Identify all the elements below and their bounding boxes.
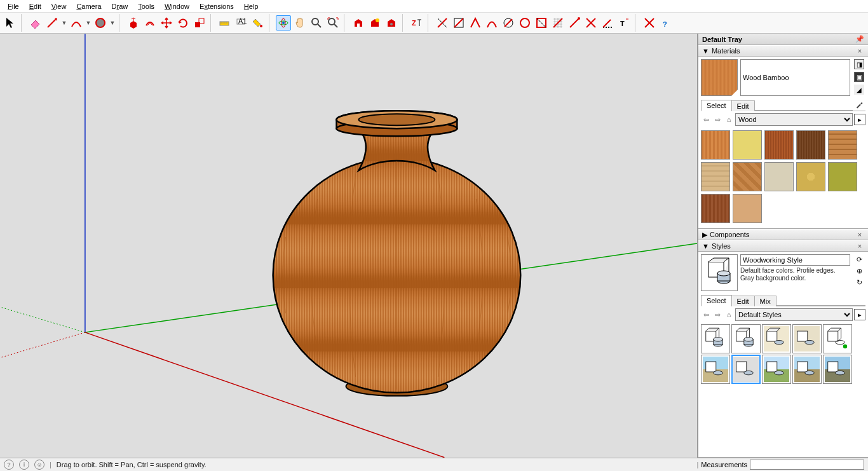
style-name-input[interactable] (740, 254, 850, 266)
eraser-tool[interactable] (28, 15, 43, 31)
red-tool-5[interactable] (501, 15, 516, 31)
pan-tool[interactable] (292, 15, 308, 31)
warehouse-share-tool[interactable] (367, 15, 383, 31)
materials-details-icon[interactable]: ▸ (854, 114, 865, 125)
menu-view[interactable]: View (46, 1, 72, 11)
arc-dropdown[interactable]: ▼ (85, 20, 92, 26)
line-tool[interactable] (44, 15, 60, 31)
styles-tab-edit[interactable]: Edit (731, 296, 755, 306)
menu-edit[interactable]: Edit (24, 1, 46, 11)
materials-tab-select[interactable]: Select (701, 100, 732, 111)
material-swatch-wood-floor[interactable] (828, 130, 857, 160)
help-tool[interactable]: ? (658, 15, 674, 31)
red-tool-9[interactable] (567, 15, 582, 31)
style-thumb-1[interactable] (701, 324, 730, 353)
materials-nav-forward[interactable]: ⇨ (712, 114, 722, 125)
red-tool-12[interactable] (642, 15, 657, 31)
style-thumb-2[interactable] (731, 324, 761, 353)
material-name-input[interactable] (740, 59, 850, 96)
line-dropdown[interactable]: ▼ (61, 20, 67, 26)
material-swatch-wood-olive[interactable] (828, 162, 857, 191)
orbit-tool[interactable] (276, 15, 291, 31)
paint-tool[interactable] (250, 15, 266, 31)
zoom-tool[interactable] (309, 15, 324, 31)
red-tool-10[interactable] (583, 15, 599, 31)
shape-tool[interactable] (93, 15, 108, 31)
materials-nav-home-icon[interactable]: ⌂ (724, 114, 734, 125)
red-tool-6[interactable] (517, 15, 532, 31)
material-swatch-wood-dark-grain[interactable] (796, 130, 825, 160)
red-tool-4[interactable] (484, 15, 499, 31)
text-tool-2[interactable]: T (616, 15, 632, 31)
styles-tab-select[interactable]: Select (701, 295, 732, 306)
materials-nav-back[interactable]: ⇦ (701, 114, 711, 125)
style-thumb-8[interactable] (762, 355, 791, 384)
style-thumb-9[interactable] (792, 355, 822, 384)
text-tool[interactable]: A1 (234, 15, 249, 31)
materials-close-icon[interactable]: × (855, 46, 864, 55)
select-tool[interactable] (3, 15, 18, 31)
eyedropper-icon[interactable] (853, 100, 865, 111)
styles-details-icon[interactable]: ▸ (854, 309, 865, 320)
materials-library-select[interactable]: Wood (735, 113, 853, 126)
materials-panel-header[interactable]: ▼ Materials × (698, 45, 868, 57)
styles-close-icon[interactable]: × (855, 242, 864, 250)
style-thumb-7[interactable] (731, 355, 761, 384)
tray-pin-icon[interactable]: 📌 (855, 35, 864, 44)
materials-tab-edit[interactable]: Edit (731, 100, 755, 111)
components-panel-header[interactable]: ▶ Components × (698, 229, 868, 240)
material-swatch-wood-ash[interactable] (764, 162, 794, 191)
status-info-icon[interactable]: i (19, 460, 29, 470)
material-swatch-wood-parquet[interactable] (733, 162, 762, 191)
status-user-icon[interactable]: ☺ (34, 460, 44, 470)
menu-tools[interactable]: Tools (133, 1, 159, 11)
material-default-icon[interactable]: ◢ (854, 85, 864, 95)
material-preview-swatch[interactable] (701, 59, 738, 96)
warehouse-get-tool[interactable] (351, 15, 366, 31)
arc-tool[interactable] (69, 15, 84, 31)
material-create-icon[interactable]: ▣ (854, 72, 864, 82)
move-tool[interactable] (159, 15, 174, 31)
style-thumb-10[interactable] (823, 355, 852, 384)
material-display-icon[interactable]: ◨ (854, 59, 864, 69)
components-close-icon[interactable]: × (855, 230, 864, 239)
styles-panel-header[interactable]: ▼ Styles × (698, 240, 868, 252)
red-tool-1[interactable] (435, 15, 450, 31)
zoom-extents-tool[interactable] (325, 15, 341, 31)
style-thumb-3[interactable] (762, 324, 791, 353)
menu-help[interactable]: Help (239, 1, 264, 11)
material-swatch-wood-light[interactable] (733, 130, 762, 160)
style-thumb-6[interactable] (701, 355, 730, 384)
material-swatch-wood-plank-lt[interactable] (701, 162, 730, 191)
styles-nav-back[interactable]: ⇦ (701, 310, 711, 320)
red-tool-11[interactable] (600, 15, 615, 31)
menu-file[interactable]: File (3, 1, 24, 11)
rotate-tool[interactable] (175, 15, 191, 31)
style-update-icon[interactable]: ⟳ (854, 254, 864, 264)
vase-model[interactable] (273, 111, 521, 396)
shape-dropdown[interactable]: ▼ (109, 20, 116, 26)
styles-nav-home-icon[interactable]: ⌂ (724, 310, 734, 320)
status-help-icon[interactable]: ? (4, 460, 14, 470)
style-new-icon[interactable]: ⊕ (854, 266, 864, 276)
material-swatch-wood-mahogany[interactable] (701, 194, 730, 223)
style-thumb-4[interactable] (792, 324, 822, 353)
menu-window[interactable]: Window (159, 1, 194, 11)
pushpull-tool[interactable] (126, 15, 141, 31)
styles-tab-mix[interactable]: Mix (754, 296, 776, 306)
style-thumb-5[interactable] (823, 324, 852, 353)
3d-viewport[interactable] (0, 34, 698, 458)
layer-z-tool[interactable]: Z (409, 15, 424, 31)
material-swatch-wood-bamboo[interactable] (701, 130, 730, 160)
menu-draw[interactable]: Draw (107, 1, 133, 11)
red-tool-2[interactable] (451, 15, 466, 31)
styles-library-select[interactable]: Default Styles (735, 308, 853, 321)
styles-nav-forward[interactable]: ⇨ (712, 310, 722, 320)
scale-tool[interactable] (192, 15, 207, 31)
material-swatch-wood-tan[interactable] (733, 194, 762, 223)
style-preview-thumb[interactable] (701, 254, 738, 291)
measurements-input[interactable] (750, 460, 864, 470)
offset-tool[interactable] (142, 15, 158, 31)
material-swatch-wood-osb[interactable] (796, 162, 825, 191)
extension-warehouse-tool[interactable] (384, 15, 399, 31)
